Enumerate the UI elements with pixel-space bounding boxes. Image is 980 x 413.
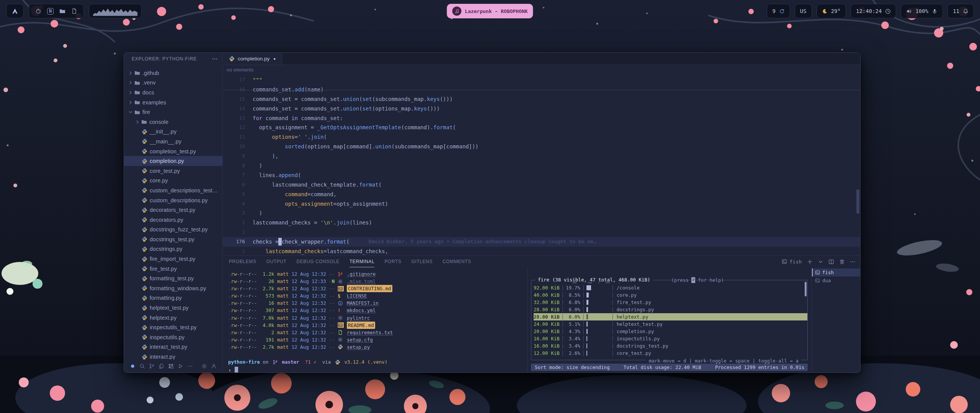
debug-button[interactable] [176, 363, 185, 369]
dua-scrollbar[interactable] [805, 282, 807, 296]
sidebar-item-fire_test.py[interactable]: fire_test.py [124, 264, 222, 274]
file-label: interact.py [150, 354, 222, 359]
file-listing-row: .rw-r--r--307matt12 Aug 12:32--!mkdocs.y… [228, 307, 528, 314]
tab-modified-dot[interactable]: ● [273, 57, 276, 61]
notes-icon[interactable]: N [47, 8, 54, 15]
panel-tab-problems[interactable]: PROBLEMS [229, 256, 256, 267]
terminal-tab-fish[interactable]: fish [812, 268, 860, 276]
more-button[interactable] [185, 363, 195, 369]
panel-tab-debug-console[interactable]: DEBUG CONSOLE [296, 256, 340, 267]
tab-completion-py[interactable]: completion.py ● [223, 53, 282, 65]
media-widget[interactable]: Lazerpunk - ROBOPHONK [447, 4, 533, 18]
remote-button[interactable] [128, 363, 137, 369]
new-terminal-button[interactable] [807, 259, 813, 265]
sidebar-item-inspectutils.py[interactable]: inspectutils.py [124, 332, 222, 342]
sidebar-item-interact.py[interactable]: interact.py [124, 352, 222, 359]
sidebar-item-decorators_test.py[interactable]: decorators_test.py [124, 205, 222, 215]
terminal-dua[interactable]: Disk Usage Analyzer v2.29.2(press ? for … [528, 267, 812, 372]
python-file-icon [142, 295, 147, 301]
sidebar-item-formatting.py[interactable]: formatting.py [124, 293, 222, 303]
sidebar-item-docstrings.py[interactable]: docstrings.py [124, 244, 222, 254]
source-control-button[interactable] [147, 363, 157, 369]
split-terminal-button[interactable] [828, 259, 834, 265]
sidebar-item-interact_test.py[interactable]: interact_test.py [124, 342, 222, 352]
panel-tab-comments[interactable]: COMMENTS [443, 256, 471, 267]
kill-terminal-button[interactable] [839, 259, 845, 265]
weather-widget[interactable]: 29° [817, 4, 846, 18]
sidebar-item-examples[interactable]: examples [124, 98, 222, 107]
file-date: 12 Aug 12:32 [292, 307, 326, 314]
top-bar: N Lazerpunk - ROBOPHONK 9 US 29° 12:40:2… [0, 0, 980, 22]
column-separator: │ [582, 350, 585, 356]
panel-tab-gitlens[interactable]: GITLENS [412, 256, 433, 267]
clock-widget[interactable]: 12:40:24 [851, 4, 896, 18]
extensions-button[interactable] [166, 363, 176, 369]
sidebar-item-fire[interactable]: fire [124, 107, 222, 117]
explorer-button[interactable] [157, 363, 166, 369]
terminal-fish[interactable]: .rw-r--r--1.2kmatt12 Aug 12:32--.gitigno… [223, 267, 528, 372]
sidebar-item-custom_descriptions_test.py[interactable]: custom_descriptions_test.py [124, 185, 222, 195]
sidebar-item-__init__.py[interactable]: __init__.py [124, 127, 222, 137]
sidebar-item-formatting_windows.py[interactable]: formatting_windows.py [124, 283, 222, 293]
sidebar-item-__main__.py[interactable]: __main__.py [124, 137, 222, 146]
explorer-actions-button[interactable] [212, 56, 218, 62]
chevron-right-icon [128, 80, 133, 85]
sidebar-item-core_test.py[interactable]: core_test.py [124, 166, 222, 176]
terminal-tab-dua[interactable]: dua [812, 276, 860, 285]
panel-tab-terminal[interactable]: TERMINAL [350, 256, 374, 267]
account-button[interactable] [209, 363, 219, 369]
app-launcher-button[interactable] [6, 4, 24, 18]
system-graph-widget[interactable] [89, 4, 142, 18]
power-button[interactable] [35, 8, 41, 14]
notifications-widget[interactable]: 11 [947, 4, 974, 18]
sidebar-item-inspectutils_test.py[interactable]: inspectutils_test.py [124, 322, 222, 332]
sidebar-item-completion.py[interactable]: completion.py [124, 156, 222, 166]
dua-rows: 92.00 KiB│19.7%││/console40.00 KiB│8.5%│… [534, 284, 807, 357]
prompt-segment: master [279, 359, 299, 365]
file-size: 1.2k [260, 270, 274, 278]
code-editor[interactable]: 17"""16commands_set.add(name)15commands_… [223, 75, 860, 255]
panel-tab-ports[interactable]: PORTS [384, 256, 401, 267]
column-separator: │ [561, 292, 564, 298]
editor-scrollbar[interactable] [856, 189, 859, 214]
panel-tab-output[interactable]: OUTPUT [266, 256, 287, 267]
folder-button[interactable] [59, 8, 65, 14]
terminal-tab-label: fish [822, 270, 834, 275]
settings-button[interactable] [199, 363, 209, 369]
volume-widget[interactable]: 100% [901, 4, 943, 18]
updates-widget[interactable]: 9 [767, 4, 790, 18]
sidebar-item-custom_descriptions.py[interactable]: custom_descriptions.py [124, 195, 222, 205]
sidebar-item-completion_test.py[interactable]: completion_test.py [124, 146, 222, 156]
file-owner: matt [277, 343, 289, 351]
breadcrumb[interactable]: no elements [223, 65, 860, 75]
sidebar-item-formatting_test.py[interactable]: formatting_test.py [124, 273, 222, 283]
file-button[interactable] [71, 8, 77, 14]
sidebar-item-fire_import_test.py[interactable]: fire_import_test.py [124, 254, 222, 264]
file-label: examples [142, 99, 222, 106]
file-label: core.py [150, 177, 222, 184]
search-button[interactable] [137, 363, 147, 369]
sidebar-item-console[interactable]: console [124, 117, 222, 127]
code-line: 6 lastcommand_check_template.format( [223, 180, 860, 190]
sidebar-item-.github[interactable]: .github [124, 68, 222, 78]
entry-percent: 3.4% [566, 343, 580, 349]
more-actions-button[interactable] [850, 259, 856, 265]
profile-dropdown-button[interactable] [818, 259, 823, 265]
sidebar-item-docstrings_test.py[interactable]: docstrings_test.py [124, 234, 222, 244]
sidebar-item-helptext.py[interactable]: helptext.py [124, 313, 222, 323]
sidebar-item-.venv[interactable]: .venv [124, 78, 222, 88]
keyboard-layout-widget[interactable]: US [795, 4, 812, 18]
top-bar-right: 9 US 29° 12:40:24 100% 11 [767, 4, 974, 18]
sidebar-item-decorators.py[interactable]: decorators.py [124, 215, 222, 225]
file-date: 12 Aug 12:32 [292, 322, 326, 329]
code-line: 12 opts_assignment = _GetOptsAssignmentT… [223, 123, 860, 132]
file-size: 26 [260, 278, 274, 285]
terminal-profile-chip[interactable]: fish [782, 259, 802, 265]
column-separator: │ [561, 285, 564, 291]
line-number: 13 [223, 114, 253, 123]
python-file-icon [142, 285, 147, 291]
sidebar-item-core.py[interactable]: core.py [124, 176, 222, 186]
sidebar-item-helptext_test.py[interactable]: helptext_test.py [124, 303, 222, 313]
sidebar-item-docs[interactable]: docs [124, 88, 222, 98]
sidebar-item-docstrings_fuzz_test.py[interactable]: docstrings_fuzz_test.py [124, 225, 222, 235]
